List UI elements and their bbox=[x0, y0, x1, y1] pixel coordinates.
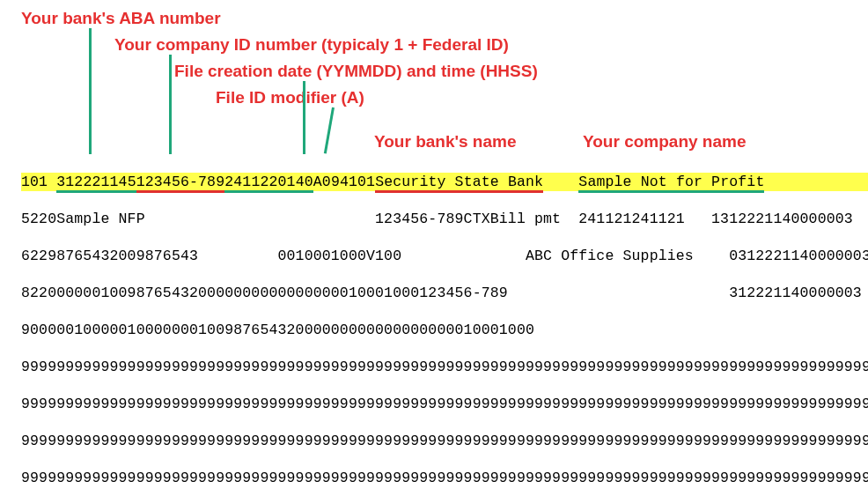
label-creation: File creation date (YYMMDD) and time (HH… bbox=[174, 62, 538, 81]
file-header-row: 101 312221145123456-7892411220140A094101… bbox=[21, 173, 868, 191]
batch-control-row: 8220000001009876543200000000000000000100… bbox=[21, 284, 868, 302]
creation-date-time: 2411220140 bbox=[224, 174, 313, 193]
label-aba: Your bank's ABA number bbox=[21, 9, 221, 28]
label-modifier: File ID modifier (A) bbox=[216, 88, 364, 107]
connector-creation bbox=[303, 81, 305, 154]
company-id-number: 123456-789 bbox=[136, 174, 225, 193]
label-company-name: Your company name bbox=[583, 132, 746, 152]
ach-file-content: 101 312221145123456-7892411220140A094101… bbox=[21, 154, 868, 503]
connector-modifier bbox=[324, 107, 335, 154]
filler-row: 9999999999999999999999999999999999999999… bbox=[21, 432, 868, 450]
batch-header-row: 5220Sample NFP 123456-789CTXBill pmt 241… bbox=[21, 210, 868, 228]
connector-company-id bbox=[169, 55, 172, 154]
filler-row: 9999999999999999999999999999999999999999… bbox=[21, 358, 868, 376]
filler-row: 9999999999999999999999999999999999999999… bbox=[21, 469, 868, 487]
connector-aba bbox=[89, 28, 92, 154]
filler-row: 9999999999999999999999999999999999999999… bbox=[21, 395, 868, 413]
label-company-id: Your company ID number (typicaly 1 + Fed… bbox=[114, 35, 509, 55]
file-id-modifier: A bbox=[313, 174, 322, 190]
company-name: Sample Not for Profit bbox=[578, 174, 764, 193]
entry-detail-row: 62298765432009876543 0010001000V100 ABC … bbox=[21, 247, 868, 265]
label-bank-name: Your bank's name bbox=[374, 132, 517, 152]
block-format: 094101 bbox=[322, 174, 375, 190]
record-type-code: 1 bbox=[21, 174, 30, 190]
file-control-row: 9000001000001000000010098765432000000000… bbox=[21, 321, 868, 339]
space bbox=[48, 174, 56, 190]
aba-number: 312221145 bbox=[56, 174, 136, 193]
priority-code: 01 bbox=[30, 174, 48, 190]
bank-name: Security State Bank bbox=[375, 174, 543, 193]
pad bbox=[543, 174, 578, 190]
